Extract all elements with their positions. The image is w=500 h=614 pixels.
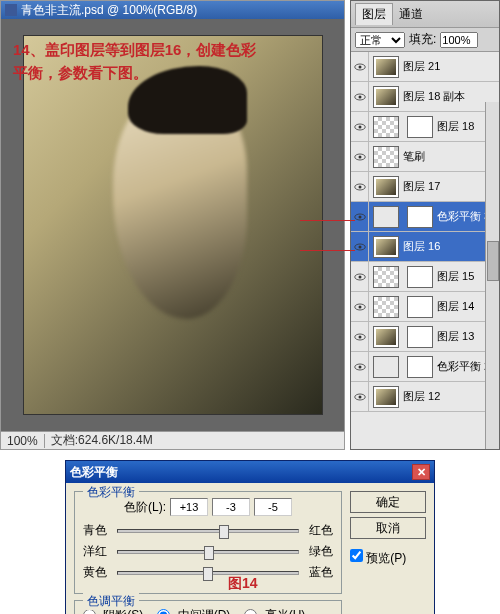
tab-channels[interactable]: 通道 (393, 4, 429, 25)
layer-thumbnail[interactable] (373, 266, 399, 288)
fill-label: 填充: (409, 31, 436, 48)
layer-row[interactable]: 图层 13 (351, 322, 499, 352)
layer-thumbnail[interactable] (373, 296, 399, 318)
layer-name[interactable]: 图层 15 (437, 269, 474, 284)
layer-name[interactable]: 色彩平衡 3 (437, 209, 490, 224)
svg-point-19 (358, 335, 361, 338)
visibility-eye-icon[interactable] (351, 52, 369, 82)
layer-name[interactable]: 图层 13 (437, 329, 474, 344)
svg-point-13 (358, 245, 361, 248)
slider-magenta-green[interactable] (117, 550, 299, 554)
layer-mask-thumbnail[interactable] (407, 116, 433, 138)
layer-row[interactable]: 笔刷 (351, 142, 499, 172)
layer-mask-thumbnail[interactable] (407, 356, 433, 378)
dialog-title: 色彩平衡 (70, 464, 118, 481)
layer-name[interactable]: 图层 16 (403, 239, 440, 254)
blend-mode-select[interactable]: 正常 (355, 32, 405, 48)
layer-thumbnail[interactable] (373, 356, 399, 378)
layer-thumbnail[interactable] (373, 176, 399, 198)
layer-name[interactable]: 图层 18 副本 (403, 89, 465, 104)
red-label: 红色 (303, 522, 333, 539)
preview-check[interactable]: 预览(P) (350, 549, 406, 567)
dialog-body: 色彩平衡 色阶(L): 青色红色 洋红绿色 黄色蓝色 色调平衡 阴影(S) 中间… (66, 483, 434, 614)
levels-label: 色阶(L): (124, 499, 166, 516)
layer-mask-thumbnail[interactable] (407, 266, 433, 288)
scrollbar-thumb[interactable] (487, 241, 499, 281)
layer-row[interactable]: 色彩平衡 2 (351, 352, 499, 382)
visibility-eye-icon[interactable] (351, 352, 369, 382)
visibility-eye-icon[interactable] (351, 112, 369, 142)
visibility-eye-icon[interactable] (351, 202, 369, 232)
visibility-eye-icon[interactable] (351, 82, 369, 112)
visibility-eye-icon[interactable] (351, 232, 369, 262)
layer-thumbnail[interactable] (373, 56, 399, 78)
layer-name[interactable]: 笔刷 (403, 149, 425, 164)
layer-row[interactable]: 图层 14 (351, 292, 499, 322)
callout-line-1 (300, 220, 355, 221)
layer-row[interactable]: 图层 18 副本 (351, 82, 499, 112)
visibility-eye-icon[interactable] (351, 172, 369, 202)
dialog-titlebar[interactable]: 色彩平衡 ✕ (66, 461, 434, 483)
slider-yellow-blue[interactable] (117, 571, 299, 575)
visibility-eye-icon[interactable] (351, 142, 369, 172)
layer-thumbnail[interactable] (373, 236, 399, 258)
layer-thumbnail[interactable] (373, 86, 399, 108)
tab-layers[interactable]: 图层 (355, 3, 393, 25)
midtones-radio[interactable]: 中间调(D) (157, 607, 230, 614)
svg-point-21 (358, 365, 361, 368)
layer-row[interactable]: 图层 18 (351, 112, 499, 142)
layer-name[interactable]: 图层 12 (403, 389, 440, 404)
color-balance-group: 色彩平衡 色阶(L): 青色红色 洋红绿色 黄色蓝色 (74, 491, 342, 594)
level-yellow-blue[interactable] (254, 498, 292, 516)
layers-panel[interactable]: 图层 通道 正常 填充: 图层 21图层 18 副本图层 18笔刷图层 17色彩… (350, 0, 500, 450)
layer-row[interactable]: 图层 21 (351, 52, 499, 82)
close-icon[interactable]: ✕ (412, 464, 430, 480)
layer-row[interactable]: 图层 12 (351, 382, 499, 412)
layer-list[interactable]: 图层 21图层 18 副本图层 18笔刷图层 17色彩平衡 3图层 16图层 1… (351, 52, 499, 449)
cancel-button[interactable]: 取消 (350, 517, 426, 539)
layer-thumbnail[interactable] (373, 206, 399, 228)
visibility-eye-icon[interactable] (351, 382, 369, 412)
layer-mask-thumbnail[interactable] (407, 326, 433, 348)
layer-row[interactable]: 图层 16 (351, 232, 499, 262)
canvas-area[interactable]: 14、盖印图层等到图层16，创建色彩 平衡，参数看下图。 (1, 19, 344, 431)
ok-button[interactable]: 确定 (350, 491, 426, 513)
level-cyan-red[interactable] (170, 498, 208, 516)
tutorial-annotation: 14、盖印图层等到图层16，创建色彩 平衡，参数看下图。 (13, 39, 256, 84)
layer-row[interactable]: 图层 15 (351, 262, 499, 292)
layer-name[interactable]: 图层 17 (403, 179, 440, 194)
document-titlebar[interactable]: 青色非主流.psd @ 100%(RGB/8) (1, 1, 344, 19)
layer-options: 正常 填充: (351, 28, 499, 52)
status-bar: 100% 文档:624.6K/18.4M (1, 431, 344, 449)
layer-mask-thumbnail[interactable] (407, 296, 433, 318)
svg-point-11 (358, 215, 361, 218)
svg-point-23 (358, 395, 361, 398)
group-label: 色彩平衡 (83, 484, 139, 501)
zoom-level[interactable]: 100% (1, 434, 45, 448)
layer-mask-thumbnail[interactable] (407, 206, 433, 228)
cyan-label: 青色 (83, 522, 113, 539)
layer-thumbnail[interactable] (373, 386, 399, 408)
scrollbar-vertical[interactable] (485, 102, 499, 449)
svg-point-5 (358, 125, 361, 128)
layer-name[interactable]: 图层 18 (437, 119, 474, 134)
level-magenta-green[interactable] (212, 498, 250, 516)
layer-row[interactable]: 图层 17 (351, 172, 499, 202)
fill-value[interactable] (440, 32, 478, 48)
svg-point-3 (358, 95, 361, 98)
visibility-eye-icon[interactable] (351, 262, 369, 292)
layer-thumbnail[interactable] (373, 326, 399, 348)
layer-thumbnail[interactable] (373, 116, 399, 138)
slider-cyan-red[interactable] (117, 529, 299, 533)
layer-row[interactable]: 色彩平衡 3 (351, 202, 499, 232)
portrait-image (23, 35, 323, 415)
highlights-radio[interactable]: 高光(H) (244, 607, 305, 614)
figure-label: 图14 (228, 575, 258, 593)
visibility-eye-icon[interactable] (351, 322, 369, 352)
layer-name[interactable]: 图层 14 (437, 299, 474, 314)
panel-tabs[interactable]: 图层 通道 (351, 1, 499, 28)
visibility-eye-icon[interactable] (351, 292, 369, 322)
layer-name[interactable]: 色彩平衡 2 (437, 359, 490, 374)
layer-name[interactable]: 图层 21 (403, 59, 440, 74)
layer-thumbnail[interactable] (373, 146, 399, 168)
